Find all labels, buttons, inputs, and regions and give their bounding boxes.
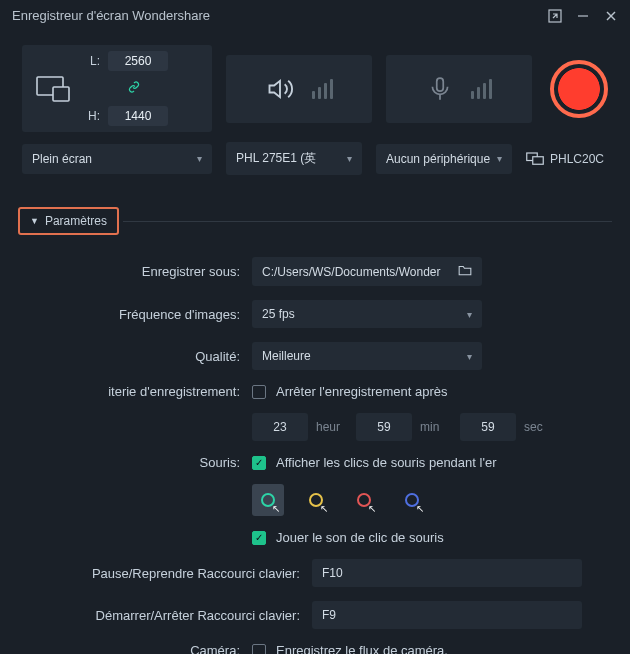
svg-rect-6: [436, 78, 443, 91]
cursor-arrow-icon: ↖: [416, 503, 424, 514]
audio-level-icon: [312, 79, 333, 99]
camera-checkbox[interactable]: [252, 644, 266, 655]
parameters-toggle[interactable]: ▼ Paramètres: [18, 207, 119, 235]
minutes-unit: min: [420, 420, 452, 434]
capture-mode-icon[interactable]: [30, 61, 76, 117]
cursor-color-green[interactable]: ↖: [252, 484, 284, 516]
hours-unit: heur: [316, 420, 348, 434]
hotkey-pause-label: Pause/Reprendre Raccourci clavier:: [22, 566, 312, 581]
timer-hours-input[interactable]: 23: [252, 413, 308, 441]
quality-label: Qualité:: [22, 349, 252, 364]
cursor-color-yellow[interactable]: ↖: [300, 484, 332, 516]
click-sound-label: Jouer le son de clic de souris: [276, 530, 444, 545]
close-button[interactable]: [604, 9, 618, 23]
seconds-unit: sec: [524, 420, 556, 434]
capture-region-block: L: 2560 H: 1440: [22, 45, 212, 132]
cursor-arrow-icon: ↖: [368, 503, 376, 514]
quality-select[interactable]: Meilleure▾: [252, 342, 482, 370]
save-to-input[interactable]: C:/Users/WS/Documents/Wonder: [252, 257, 482, 286]
link-dimensions-icon[interactable]: [128, 81, 140, 96]
chevron-down-icon: ▾: [347, 153, 352, 164]
camera-check-label: Enregistrez le flux de caméra.: [276, 643, 448, 654]
region-select[interactable]: Plein écran▾: [22, 144, 212, 174]
folder-icon[interactable]: [458, 264, 472, 279]
hotkey-pause-input[interactable]: F10: [312, 559, 582, 587]
height-input[interactable]: 1440: [108, 106, 168, 126]
hotkey-start-label: Démarrer/Arrêter Raccourci clavier:: [22, 608, 312, 623]
minimize-button[interactable]: [576, 9, 590, 23]
triangle-down-icon: ▼: [30, 216, 39, 226]
cursor-arrow-icon: ↖: [320, 503, 328, 514]
chevron-down-icon: ▾: [197, 153, 202, 164]
svg-rect-5: [53, 87, 69, 101]
mic-level-icon: [471, 79, 492, 99]
fps-label: Fréquence d'images:: [22, 307, 252, 322]
show-clicks-label: Afficher les clics de souris pendant l'e…: [276, 455, 496, 470]
hotkey-start-input[interactable]: F9: [312, 601, 582, 629]
system-audio-block[interactable]: [226, 55, 372, 123]
cursor-color-red[interactable]: ↖: [348, 484, 380, 516]
chevron-down-icon: ▾: [467, 351, 472, 362]
fps-select[interactable]: 25 fps▾: [252, 300, 482, 328]
mic-device-select[interactable]: Aucun périphérique▾: [376, 144, 512, 174]
timer-checkbox[interactable]: [252, 385, 266, 399]
audio-device-select[interactable]: PHL 275E1 (英▾: [226, 142, 362, 175]
window-title: Enregistreur d'écran Wondershare: [12, 8, 210, 23]
save-to-label: Enregistrer sous:: [22, 264, 252, 279]
chevron-down-icon: ▾: [467, 309, 472, 320]
popout-icon[interactable]: [548, 9, 562, 23]
timer-check-label: Arrêter l'enregistrement après: [276, 384, 448, 399]
chevron-down-icon: ▾: [497, 153, 502, 164]
mouse-label: Souris:: [22, 455, 252, 470]
cursor-arrow-icon: ↖: [272, 503, 280, 514]
microphone-block[interactable]: [386, 55, 532, 123]
width-label: L:: [82, 54, 100, 68]
monitor-icon: [526, 152, 544, 166]
timer-minutes-input[interactable]: 59: [356, 413, 412, 441]
show-clicks-checkbox[interactable]: ✓: [252, 456, 266, 470]
divider: [123, 221, 612, 222]
width-input[interactable]: 2560: [108, 51, 168, 71]
camera-label: Caméra:: [22, 643, 252, 654]
click-sound-checkbox[interactable]: ✓: [252, 531, 266, 545]
display-label[interactable]: PHLC20C: [526, 152, 608, 166]
timer-seconds-input[interactable]: 59: [460, 413, 516, 441]
record-button[interactable]: [550, 60, 608, 118]
timer-label: iterie d'enregistrement:: [22, 384, 252, 399]
height-label: H:: [82, 109, 100, 123]
cursor-color-blue[interactable]: ↖: [396, 484, 428, 516]
svg-rect-9: [533, 156, 544, 164]
